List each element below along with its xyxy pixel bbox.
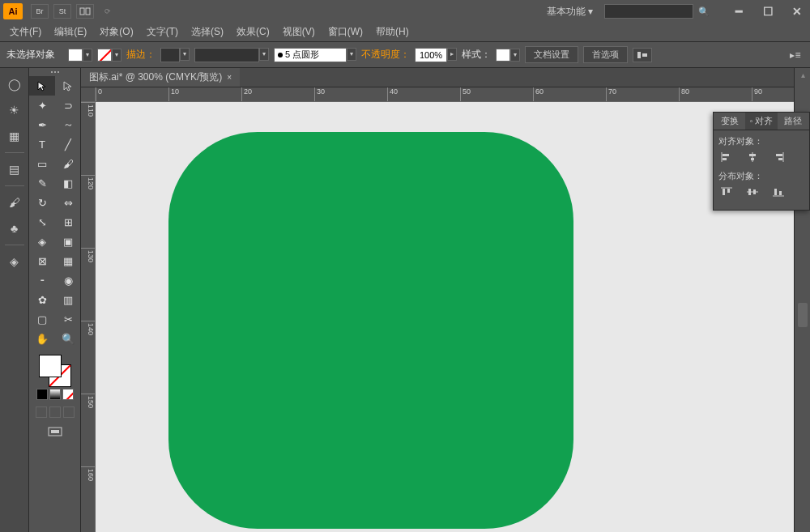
- preferences-button[interactable]: 首选项: [583, 46, 628, 63]
- arrange-button[interactable]: [76, 4, 94, 19]
- reflect-tool[interactable]: ⇔: [55, 193, 81, 212]
- draw-behind[interactable]: [49, 406, 61, 418]
- perspective-tool[interactable]: ▣: [55, 232, 81, 251]
- rounded-rect-shape[interactable]: [168, 132, 573, 529]
- eyedropper-tool[interactable]: ⁃: [29, 270, 55, 290]
- free-transform-tool[interactable]: ⊞: [55, 212, 81, 232]
- search-input[interactable]: [604, 4, 693, 19]
- opacity-dropdown[interactable]: ▸: [447, 48, 457, 61]
- toolbox-grip[interactable]: ⋯: [29, 68, 80, 76]
- maximize-button[interactable]: ☐: [758, 5, 778, 18]
- svg-rect-10: [749, 154, 756, 156]
- stroke-swatch[interactable]: [97, 49, 112, 62]
- style-swatch[interactable]: [496, 49, 510, 62]
- type-tool[interactable]: T: [29, 134, 55, 154]
- tab-transform[interactable]: 变换: [714, 113, 745, 130]
- vertical-ruler[interactable]: 110 120 130 140 150 160: [81, 102, 96, 532]
- rotate-tool[interactable]: ↻: [29, 193, 55, 212]
- canvas[interactable]: [96, 102, 794, 532]
- distribute-top-button[interactable]: [718, 185, 735, 198]
- stroke-profile[interactable]: 5 点圆形: [274, 48, 347, 62]
- screen-mode-button[interactable]: [29, 423, 80, 440]
- direct-selection-tool[interactable]: [55, 76, 81, 96]
- rectangle-tool[interactable]: ▭: [29, 154, 55, 173]
- symbol-sprayer-tool[interactable]: ✿: [29, 290, 55, 309]
- slice-tool[interactable]: ✂: [55, 309, 81, 329]
- artboard-tool[interactable]: ▢: [29, 309, 55, 329]
- align-right-button[interactable]: [770, 151, 787, 164]
- menu-select[interactable]: 选择(S): [185, 23, 230, 40]
- menu-file[interactable]: 文件(F): [3, 23, 48, 40]
- draw-inside[interactable]: [63, 406, 75, 418]
- curvature-tool[interactable]: ～: [55, 115, 81, 134]
- brush-field[interactable]: [194, 48, 259, 62]
- brushes-icon[interactable]: ▤: [5, 160, 24, 179]
- pencil-tool[interactable]: ✎: [29, 173, 55, 193]
- tab-pathfinder[interactable]: 路径: [778, 113, 809, 130]
- selection-tool[interactable]: [29, 76, 55, 96]
- stroke-weight-input[interactable]: [160, 48, 180, 62]
- opacity-input[interactable]: [415, 48, 447, 62]
- scroll-up-icon[interactable]: ▴: [796, 68, 809, 81]
- distribute-vcenter-button[interactable]: [744, 185, 761, 198]
- fill-dropdown[interactable]: ▾: [83, 49, 92, 62]
- gradient-tool[interactable]: ▦: [55, 251, 81, 270]
- line-tool[interactable]: ╱: [55, 134, 81, 154]
- style-dropdown[interactable]: ▾: [510, 49, 520, 62]
- stroke-weight-dropdown[interactable]: ▾: [180, 48, 190, 61]
- layers-icon[interactable]: ◈: [5, 252, 24, 271]
- profile-dropdown[interactable]: ▾: [347, 48, 356, 61]
- mesh-tool[interactable]: ⊠: [29, 251, 55, 270]
- hand-tool[interactable]: ✋: [29, 329, 55, 348]
- menu-type[interactable]: 文字(T): [140, 23, 185, 40]
- distribute-bottom-button[interactable]: [770, 185, 787, 198]
- menu-view[interactable]: 视图(V): [276, 23, 322, 40]
- align-hcenter-button[interactable]: [744, 151, 761, 164]
- pen-tool[interactable]: ✒: [29, 115, 55, 134]
- draw-normal[interactable]: [36, 406, 47, 418]
- bridge-button[interactable]: Br: [31, 4, 49, 19]
- menu-effect[interactable]: 效果(C): [230, 23, 276, 40]
- ruler-corner[interactable]: [81, 87, 96, 102]
- panel-menu-icon[interactable]: ▸≡: [787, 49, 804, 62]
- lasso-tool[interactable]: ⊃: [55, 96, 81, 115]
- fill-stroke-indicator[interactable]: [39, 355, 71, 387]
- column-graph-tool[interactable]: ▥: [55, 290, 81, 309]
- workspace-dropdown[interactable]: 基本功能 ▾: [540, 3, 599, 20]
- color-icon[interactable]: ☀: [5, 100, 24, 120]
- blend-tool[interactable]: ◉: [55, 270, 81, 290]
- horizontal-ruler[interactable]: 0 10 20 30 40 50 60 70 80 90 100: [96, 87, 794, 102]
- minimize-button[interactable]: ━: [729, 5, 748, 18]
- doc-setup-button[interactable]: 文档设置: [525, 46, 578, 63]
- scroll-thumb[interactable]: [798, 303, 808, 327]
- stroke-dropdown[interactable]: ▾: [112, 49, 122, 62]
- appearance-icon[interactable]: ♣: [5, 219, 24, 238]
- document-tab[interactable]: 图标.ai* @ 300% (CMYK/预览) ×: [81, 68, 240, 87]
- sync-button[interactable]: ⟳: [99, 4, 117, 19]
- color-mode[interactable]: [36, 389, 48, 400]
- tab-close-icon[interactable]: ×: [227, 73, 232, 82]
- fill-swatch[interactable]: [68, 49, 83, 62]
- menu-window[interactable]: 窗口(W): [322, 23, 369, 40]
- paintbrush-tool[interactable]: 🖌: [55, 154, 81, 173]
- eraser-tool[interactable]: ◧: [55, 173, 81, 193]
- menu-edit[interactable]: 编辑(E): [48, 23, 93, 40]
- close-button[interactable]: ✕: [787, 5, 807, 18]
- gradient-mode[interactable]: [49, 389, 61, 400]
- none-mode[interactable]: [62, 389, 74, 400]
- stock-button[interactable]: St: [53, 4, 71, 19]
- align-button[interactable]: [633, 48, 652, 62]
- shape-builder-tool[interactable]: ◈: [29, 232, 55, 251]
- align-left-button[interactable]: [718, 151, 735, 164]
- fill-indicator[interactable]: [39, 355, 62, 377]
- brush-dropdown[interactable]: ▾: [259, 48, 269, 61]
- scale-tool[interactable]: ⤡: [29, 212, 55, 232]
- menu-object[interactable]: 对象(O): [93, 23, 139, 40]
- zoom-tool[interactable]: 🔍: [55, 329, 81, 348]
- cc-libraries-icon[interactable]: ◯: [5, 74, 24, 94]
- swatches-icon[interactable]: ▦: [5, 126, 24, 146]
- tab-align[interactable]: ◦ 对齐: [745, 113, 777, 130]
- menu-help[interactable]: 帮助(H): [369, 23, 416, 40]
- magic-wand-tool[interactable]: ✦: [29, 96, 55, 115]
- symbols-icon[interactable]: 🖌: [5, 193, 24, 212]
